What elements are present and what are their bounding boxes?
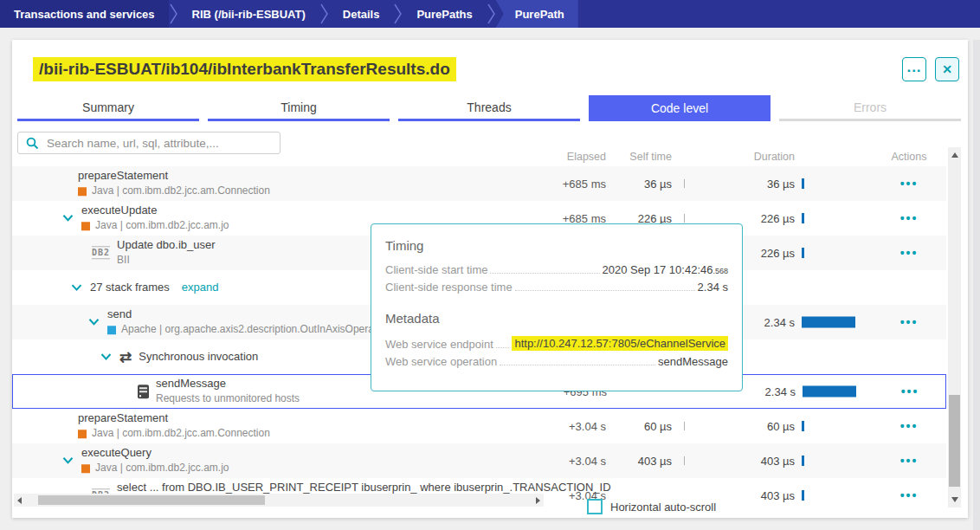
row-subtitle: Apache | org.apache.axis2.description.Ou… <box>107 323 390 337</box>
table-header: Elapsed Self time Duration Actions <box>12 147 946 166</box>
self-time-tick <box>684 179 685 188</box>
row-actions-button[interactable]: ••• <box>885 246 933 260</box>
row-subtitle-label: Java | com.ibm.db2.jcc.am.Connection <box>92 184 270 198</box>
duration-value: 60 µs <box>702 420 795 433</box>
row-name-cell: sendApache | org.apache.axis2.descriptio… <box>88 307 390 336</box>
breadcrumb-item-purepath[interactable]: PurePath <box>496 0 578 28</box>
duration-tick <box>802 456 804 466</box>
row-actions-button[interactable]: ••• <box>885 454 933 468</box>
page-title: /bii-rib-ESBUAT/ib104/ibInterbankTransfe… <box>33 57 456 81</box>
chevron-down-icon[interactable] <box>100 353 113 361</box>
row-actions-button[interactable]: ••• <box>885 211 933 225</box>
row-name-cell: executeQueryJava | com.ibm.db2.jcc.am.jo <box>62 446 229 475</box>
page-scrollbar[interactable] <box>973 40 980 530</box>
tab-summary[interactable]: Summary <box>17 95 199 121</box>
row-text: Update dbo.ib_userBII <box>117 238 215 267</box>
duration-tick <box>802 248 804 258</box>
horizontal-scroll-thumb[interactable] <box>38 495 265 505</box>
duration-tick <box>802 213 804 223</box>
duration-bar <box>803 386 856 398</box>
column-header-actions: Actions <box>885 147 933 166</box>
row-name-cell: ⇄Synchronous invocation <box>100 350 258 365</box>
tooltip-row: Web service endpointhttp://10.247.12.57:… <box>385 336 728 351</box>
row-name: 27 stack framesexpand <box>90 281 218 295</box>
breadcrumb-item-purepaths[interactable]: PurePaths <box>403 0 486 28</box>
row-subtitle-label: Java | com.ibm.db2.jcc.am.Connection <box>92 427 270 441</box>
row-subtitle-label: Java | com.ibm.db2.jcc.am.jo <box>95 219 229 233</box>
dotted-leader <box>496 347 510 348</box>
vertical-scrollbar[interactable] <box>948 147 961 507</box>
row-text: prepareStatementJava | com.ibm.db2.jcc.a… <box>78 169 270 197</box>
vertical-scroll-thumb[interactable] <box>949 395 960 487</box>
autoscroll-checkbox[interactable] <box>587 499 603 514</box>
tab-code-level[interactable]: Code level <box>589 95 770 121</box>
self-time-tick <box>684 422 685 430</box>
more-options-button[interactable]: ... <box>902 57 926 81</box>
row-actions-button[interactable]: ••• <box>885 419 933 433</box>
tooltip-value: 2020 Sep 17 10:42:46.568 <box>603 263 728 276</box>
row-text: sendMessageRequests to unmonitored hosts <box>156 377 300 405</box>
row-name-label: sendMessage <box>156 377 226 391</box>
column-header-elapsed: Elapsed <box>519 147 606 166</box>
row-name-label: prepareStatement <box>78 411 168 426</box>
close-button[interactable]: ✕ <box>935 57 959 81</box>
row-name-cell: prepareStatementJava | com.ibm.db2.jcc.a… <box>78 411 270 440</box>
row-text: executeUpdateJava | com.ibm.db2.jcc.am.j… <box>81 204 229 232</box>
scroll-right-icon[interactable] <box>536 497 540 504</box>
row-name-label: 27 stack frames <box>90 281 170 295</box>
scroll-up-icon[interactable] <box>951 152 958 158</box>
java-icon <box>81 222 90 230</box>
purepath-panel: /bii-rib-ESBUAT/ib104/ibInterbankTransfe… <box>12 40 968 518</box>
row-name: executeQuery <box>81 446 229 461</box>
duration-bar <box>802 317 855 328</box>
tooltip-value: sendMessage <box>658 355 728 368</box>
row-actions-button[interactable]: ••• <box>885 315 933 329</box>
scroll-down-icon[interactable] <box>951 497 958 502</box>
chevron-down-icon[interactable] <box>62 214 74 222</box>
tooltip-value: 2.34 s <box>698 281 728 294</box>
row-actions-button[interactable]: ••• <box>885 177 933 191</box>
table-row[interactable]: executeQueryJava | com.ibm.db2.jcc.am.jo… <box>12 443 946 478</box>
breadcrumb-item-details[interactable]: Details <box>329 0 394 28</box>
row-name-label: send <box>107 307 132 322</box>
autoscroll-label: Horizontal auto-scroll <box>610 501 716 514</box>
tooltip-row: Web service operationsendMessage <box>385 355 728 368</box>
tooltip-label: Client-side response time <box>385 281 513 294</box>
row-name-cell: sendMessageRequests to unmonitored hosts <box>138 377 300 405</box>
breadcrumb-item-transactions-and-services[interactable]: Transactions and services <box>0 0 169 28</box>
row-actions-button[interactable]: ••• <box>886 385 934 398</box>
chevron-down-icon[interactable] <box>71 283 83 291</box>
row-name-label: executeUpdate <box>81 204 157 218</box>
sync-invocation-icon: ⇄ <box>119 350 132 365</box>
row-text: Synchronous invocation <box>139 350 258 365</box>
row-subtitle-label: Java | com.ibm.db2.jcc.am.jo <box>95 462 229 475</box>
row-text: sendApache | org.apache.axis2.descriptio… <box>107 307 390 336</box>
breadcrumb-item-rib-bii-rib-esbuat[interactable]: RIB (/bii-rib-ESBUAT) <box>178 0 319 28</box>
column-header-self-time: Self time <box>601 147 672 166</box>
table-row[interactable]: prepareStatementJava | com.ibm.db2.jcc.a… <box>12 166 946 201</box>
row-text: prepareStatementJava | com.ibm.db2.jcc.a… <box>78 411 270 440</box>
scroll-left-icon[interactable] <box>17 497 22 504</box>
tab-timing[interactable]: Timing <box>208 95 390 121</box>
row-name: Synchronous invocation <box>139 350 258 365</box>
expand-link[interactable]: expand <box>182 281 219 295</box>
row-subtitle-label: Apache | org.apache.axis2.description.Ou… <box>121 323 390 337</box>
row-name-cell: executeUpdateJava | com.ibm.db2.jcc.am.j… <box>62 204 229 232</box>
row-name: prepareStatement <box>78 411 270 426</box>
horizontal-scrollbar[interactable] <box>14 494 544 507</box>
chevron-down-icon[interactable] <box>88 318 100 326</box>
dotted-leader <box>490 273 599 274</box>
chevron-separator-icon <box>169 0 178 28</box>
chevron-down-icon[interactable] <box>62 456 74 464</box>
table-row[interactable]: prepareStatementJava | com.ibm.db2.jcc.a… <box>12 409 946 443</box>
dotted-leader <box>500 365 655 365</box>
db2-icon: DB2 <box>92 246 110 259</box>
tab-errors[interactable]: Errors <box>779 95 961 121</box>
breadcrumb: Transactions and servicesRIB (/bii-rib-E… <box>0 0 980 28</box>
java-icon <box>78 187 87 196</box>
self-time-tick <box>684 456 685 465</box>
row-actions-button[interactable]: ••• <box>885 488 933 502</box>
tab-threads[interactable]: Threads <box>398 95 580 121</box>
apache-icon <box>107 326 116 334</box>
chevron-separator-icon <box>487 0 496 28</box>
